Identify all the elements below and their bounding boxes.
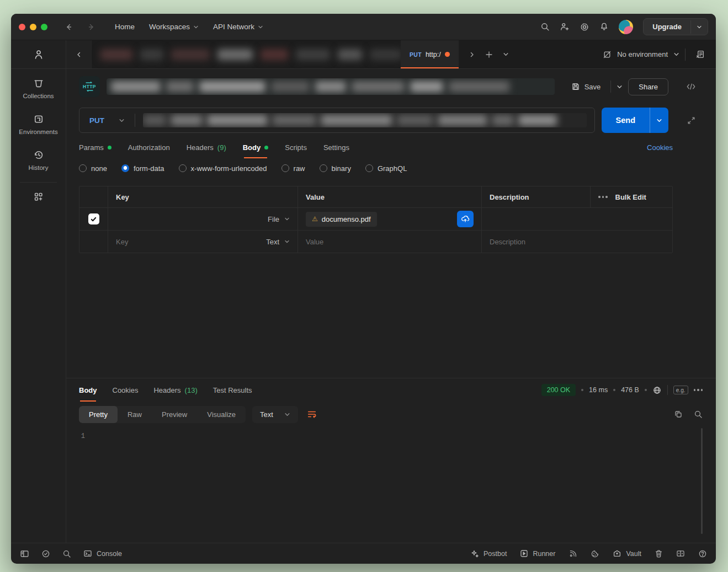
key-input[interactable]: Key Text (108, 231, 298, 253)
environment-selector[interactable]: No environment (617, 50, 668, 58)
notifications-bell-icon[interactable] (599, 22, 609, 31)
status-badge[interactable]: 200 OK (541, 384, 576, 396)
trash-icon[interactable] (655, 549, 663, 558)
nav-workspaces[interactable]: Workspaces (149, 23, 199, 31)
radio-graphql[interactable]: GraphQL (365, 164, 407, 173)
format-dropdown[interactable]: Text (252, 406, 298, 423)
save-as-example-icon[interactable]: e.g. (673, 386, 688, 394)
save-options-chevron-icon[interactable] (617, 84, 623, 90)
response-tab-cookies[interactable]: Cookies (113, 378, 139, 402)
sidebar-user-icon[interactable] (11, 40, 66, 69)
description-cell[interactable] (482, 208, 672, 230)
sidebar-item-environments[interactable]: Environments (11, 105, 66, 141)
key-cell[interactable]: File (108, 208, 298, 230)
upgrade-dropdown-chevron-icon[interactable] (690, 20, 708, 34)
runner-button[interactable]: Runner (520, 549, 555, 558)
back-arrow-icon[interactable] (61, 19, 77, 35)
environment-quick-look-icon[interactable] (691, 50, 709, 59)
redacted-request-url[interactable] (143, 113, 587, 127)
upgrade-button[interactable]: Upgrade (644, 19, 690, 35)
response-tab-body[interactable]: Body (79, 378, 97, 402)
nav-api-network[interactable]: API Network (213, 23, 263, 31)
save-button[interactable]: Save (567, 79, 605, 94)
table-options-icon[interactable] (598, 196, 608, 198)
sidebar-item-history[interactable]: History (11, 141, 66, 177)
new-tab-plus-icon[interactable] (485, 51, 493, 58)
tab-scripts[interactable]: Scripts (285, 136, 307, 158)
radio-form-data[interactable]: form-data (121, 164, 164, 173)
collections-icon (33, 78, 44, 89)
url-bar[interactable]: PUT (79, 108, 595, 133)
response-tab-test-results[interactable]: Test Results (213, 378, 252, 402)
settings-gear-icon[interactable] (580, 22, 589, 32)
help-icon[interactable] (698, 549, 707, 558)
code-snippet-icon[interactable] (675, 82, 707, 91)
redacted-request-name[interactable] (107, 78, 555, 95)
copy-response-icon[interactable] (674, 410, 683, 419)
maximize-window-button[interactable] (41, 24, 47, 30)
type-dropdown-text[interactable]: Text (266, 238, 290, 246)
tab-body[interactable]: Body (243, 136, 269, 158)
upload-file-icon[interactable] (457, 211, 474, 227)
split-pane-icon[interactable] (676, 549, 685, 558)
postbot-button[interactable]: Postbot (470, 549, 507, 558)
wrap-lines-icon[interactable] (307, 410, 317, 419)
response-size[interactable]: 476 B (621, 386, 639, 394)
type-dropdown-file[interactable]: File (268, 215, 290, 223)
capture-requests-icon[interactable] (568, 549, 577, 558)
request-url-row: PUT (66, 104, 716, 136)
tab-params[interactable]: Params (79, 136, 111, 158)
toggle-sidebar-icon[interactable] (20, 549, 29, 558)
tab-headers[interactable]: Headers(9) (187, 136, 226, 158)
status-check-icon[interactable] (41, 549, 50, 558)
description-input[interactable]: Description (482, 231, 672, 253)
response-options-icon[interactable] (694, 389, 703, 391)
console-button[interactable]: Console (83, 549, 122, 558)
view-preview[interactable]: Preview (152, 406, 197, 423)
vault-button[interactable]: Vault (613, 549, 641, 558)
radio-binary[interactable]: binary (320, 164, 351, 173)
network-globe-icon[interactable] (652, 386, 662, 395)
tab-settings[interactable]: Settings (323, 136, 349, 158)
radio-x-www-form-urlencoded[interactable]: x-www-form-urlencoded (179, 164, 267, 173)
active-request-tab[interactable]: PUT http:/ (401, 40, 459, 68)
tab-scroll-left-icon[interactable] (66, 40, 92, 68)
response-scrollbar[interactable] (701, 428, 703, 534)
response-time[interactable]: 16 ms (589, 386, 608, 394)
file-chip[interactable]: ⚠ documenso.pdf (306, 212, 377, 227)
row-checkbox-checked[interactable] (88, 213, 99, 224)
tab-authorization[interactable]: Authorization (128, 136, 170, 158)
view-pretty[interactable]: Pretty (79, 406, 118, 423)
environment-chevron-icon[interactable] (673, 51, 679, 57)
user-avatar[interactable] (619, 20, 633, 34)
cookies-link[interactable]: Cookies (647, 143, 673, 152)
bulk-edit-link[interactable]: Bulk Edit (615, 193, 646, 201)
value-input[interactable]: Value (298, 231, 482, 253)
nav-home[interactable]: Home (115, 23, 135, 31)
redacted-open-tabs[interactable] (92, 40, 401, 68)
radio-raw[interactable]: raw (281, 164, 305, 173)
send-options-chevron-icon[interactable] (650, 108, 668, 133)
share-button[interactable]: Share (628, 78, 668, 95)
value-cell[interactable]: ⚠ documenso.pdf (298, 208, 482, 230)
response-body-viewer[interactable]: 1 (66, 427, 716, 543)
method-dropdown[interactable]: PUT (79, 116, 135, 125)
sidebar-item-collections[interactable]: Collections (11, 69, 66, 105)
cookies-icon[interactable] (591, 549, 599, 558)
invite-user-icon[interactable] (560, 22, 570, 31)
tab-options-chevron-icon[interactable] (503, 51, 509, 57)
view-raw[interactable]: Raw (118, 406, 152, 423)
search-icon[interactable] (540, 22, 550, 31)
find-icon[interactable] (62, 549, 71, 558)
send-button[interactable]: Send (602, 108, 650, 133)
radio-none[interactable]: none (79, 164, 107, 173)
expand-pane-icon[interactable] (675, 116, 707, 125)
close-window-button[interactable] (19, 24, 25, 30)
minimize-window-button[interactable] (30, 24, 36, 30)
tab-scroll-right-icon[interactable] (469, 51, 475, 58)
sidebar-more-tools-icon[interactable] (11, 183, 66, 211)
view-visualize[interactable]: Visualize (197, 406, 246, 423)
search-response-icon[interactable] (694, 410, 703, 419)
response-tab-headers[interactable]: Headers(13) (153, 378, 197, 402)
forward-arrow-icon[interactable] (83, 19, 99, 35)
